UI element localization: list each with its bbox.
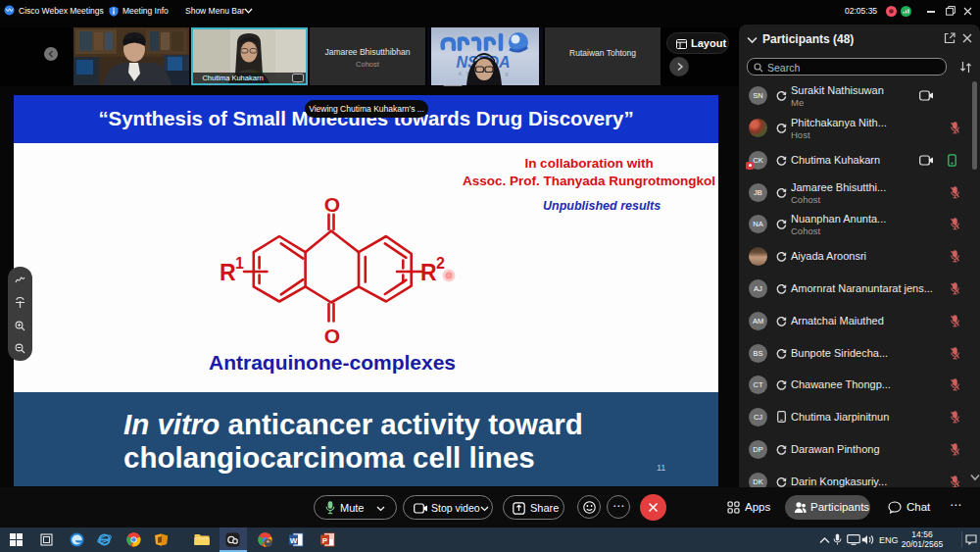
svg-text:P: P (322, 536, 328, 545)
svg-text:1: 1 (235, 255, 244, 272)
svg-text:R: R (420, 260, 437, 285)
svg-text:2: 2 (436, 255, 445, 272)
svg-text:W: W (290, 536, 298, 545)
svg-text:O: O (324, 325, 340, 347)
svg-text:O: O (324, 193, 340, 216)
svg-text:R: R (220, 260, 236, 285)
